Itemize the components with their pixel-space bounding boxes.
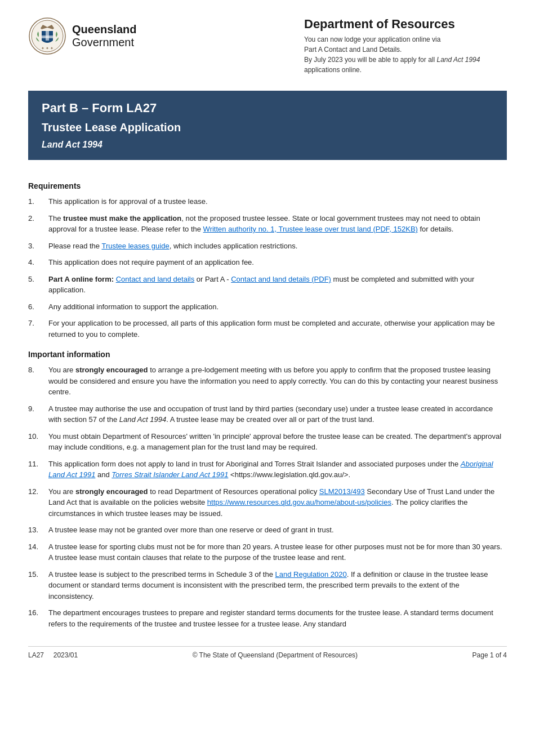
item-num-13: 13. [28, 524, 42, 536]
important-heading: Important information [28, 350, 507, 359]
item-num-7: 7. [28, 318, 42, 340]
item-text-4: This application does not require paymen… [48, 257, 507, 268]
item-text-5: Part A online form: Contact and land det… [48, 274, 507, 296]
list-item: 9. A trustee may authorise the use and o… [28, 403, 507, 425]
item-text-16: The department encourages trustees to pr… [48, 607, 507, 629]
dept-info: Department of Resources You can now lodg… [304, 17, 507, 75]
logo-area: ✦ ✦ ✦ Queensland Government [28, 17, 136, 55]
item-text-10: You must obtain Department of Resources'… [48, 431, 507, 453]
item-num-5: 5. [28, 274, 42, 296]
item-num-14: 14. [28, 541, 42, 563]
page: ✦ ✦ ✦ Queensland Government Department o… [0, 0, 535, 756]
item-text-13: A trustee lease may not be granted over … [48, 524, 507, 536]
link-land-regulation[interactable]: Land Regulation 2020 [275, 570, 347, 579]
link-contact-land-pdf[interactable]: Contact and land details (PDF) [231, 275, 331, 283]
link-slm2013[interactable]: SLM2013/493 [319, 487, 365, 496]
title-banner: Part B – Form LA27 Trustee Lease Applica… [28, 91, 507, 160]
item-text-12: You are strongly encouraged to read Depa… [48, 486, 507, 519]
bold-12: strongly encouraged [75, 487, 148, 496]
footer-center: © The State of Queensland (Department of… [78, 651, 472, 659]
bold-5: Part A online form: [48, 275, 114, 283]
content: Requirements 1. This application is for … [28, 160, 507, 629]
list-item: 8. You are strongly encouraged to arrang… [28, 364, 507, 398]
item-text-2: The trustee must make the application, n… [48, 213, 507, 235]
link-contact-land[interactable]: Contact and land details [116, 275, 194, 283]
dept-desc-line1: You can now lodge your application onlin… [304, 35, 440, 43]
list-item: 10. You must obtain Department of Resour… [28, 431, 507, 453]
item-num-1: 1. [28, 196, 42, 207]
list-item: 11. This application form does not apply… [28, 459, 507, 481]
list-item: 5. Part A online form: Contact and land … [28, 274, 507, 296]
qld-wordmark: Queensland Government [72, 23, 136, 49]
svg-text:✦ ✦ ✦: ✦ ✦ ✦ [41, 46, 54, 50]
list-item: 3. Please read the Trustee leases guide,… [28, 241, 507, 252]
footer: LA27 2023/01 © The State of Queensland (… [28, 646, 507, 659]
header: ✦ ✦ ✦ Queensland Government Department o… [28, 17, 507, 75]
dept-desc-line2: Part A Contact and Land Details. [304, 46, 402, 54]
dept-desc-line3: By July 2023 you will be able to apply f… [304, 56, 436, 64]
form-subtitle: Trustee Lease Application [42, 121, 493, 134]
link-torres-strait-act[interactable]: Torres Strait Islander Land Act 1991 [112, 470, 228, 479]
item-text-11: This application form does not apply to … [48, 459, 507, 481]
list-item: 6. Any additional information to support… [28, 301, 507, 313]
item-text-8: You are strongly encouraged to arrange a… [48, 364, 507, 398]
list-item: 14. A trustee lease for sporting clubs m… [28, 541, 507, 563]
item-num-10: 10. [28, 431, 42, 453]
list-item: 2. The trustee must make the application… [28, 213, 507, 235]
item-num-15: 15. [28, 569, 42, 602]
item-text-15: A trustee lease is subject to the prescr… [48, 569, 507, 602]
item-text-14: A trustee lease for sporting clubs must … [48, 541, 507, 563]
dept-name: Department of Resources [304, 17, 507, 32]
list-item: 7. For your application to be processed,… [28, 318, 507, 340]
item-num-3: 3. [28, 241, 42, 252]
qld-name-line1: Queensland [72, 23, 136, 36]
dept-desc-line4: applications online. [304, 66, 362, 74]
item-num-6: 6. [28, 301, 42, 313]
item-text-7: For your application to be processed, al… [48, 318, 507, 340]
item-text-9: A trustee may authorise the use and occu… [48, 403, 507, 425]
list-item: 4. This application does not require pay… [28, 257, 507, 268]
item-num-4: 4. [28, 257, 42, 268]
item-num-2: 2. [28, 213, 42, 235]
list-item: 13. A trustee lease may not be granted o… [28, 524, 507, 536]
footer-right: Page 1 of 4 [472, 651, 507, 659]
form-title: Part B – Form LA27 [42, 101, 493, 115]
footer-date: 2023/01 [54, 651, 78, 659]
bold-2: trustee must make the application [63, 214, 181, 223]
qld-name-line2: Government [72, 36, 136, 49]
footer-form-code: LA27 [28, 651, 44, 659]
form-act: Land Act 1994 [42, 140, 493, 150]
dept-desc-italic: Land Act 1994 [436, 56, 480, 64]
footer-left: LA27 2023/01 [28, 651, 78, 659]
svg-rect-3 [42, 35, 53, 38]
dept-desc: You can now lodge your application onlin… [304, 34, 507, 75]
item-text-3: Please read the Trustee leases guide, wh… [48, 241, 507, 252]
item-text-6: Any additional information to support th… [48, 301, 507, 313]
list-item: 16. The department encourages trustees t… [28, 607, 507, 629]
list-item: 12. You are strongly encouraged to read … [28, 486, 507, 519]
item-num-16: 16. [28, 607, 42, 629]
item-num-8: 8. [28, 364, 42, 398]
link-written-authority[interactable]: Written authority no. 1, Trustee lease o… [203, 225, 418, 233]
item-text-1: This application is for approval of a tr… [48, 196, 507, 207]
bold-8: strongly encouraged [75, 366, 148, 374]
item-num-12: 12. [28, 486, 42, 519]
item-num-9: 9. [28, 403, 42, 425]
qld-crest-icon: ✦ ✦ ✦ [28, 17, 66, 55]
list-item: 1. This application is for approval of a… [28, 196, 507, 207]
link-policies-website[interactable]: https://www.resources.qld.gov.au/home/ab… [207, 498, 391, 506]
item-num-11: 11. [28, 459, 42, 481]
requirements-heading: Requirements [28, 181, 507, 190]
list-item: 15. A trustee lease is subject to the pr… [28, 569, 507, 602]
italic-9: Land Act 1994 [119, 415, 166, 424]
link-trustee-guide[interactable]: Trustee leases guide [101, 242, 169, 250]
